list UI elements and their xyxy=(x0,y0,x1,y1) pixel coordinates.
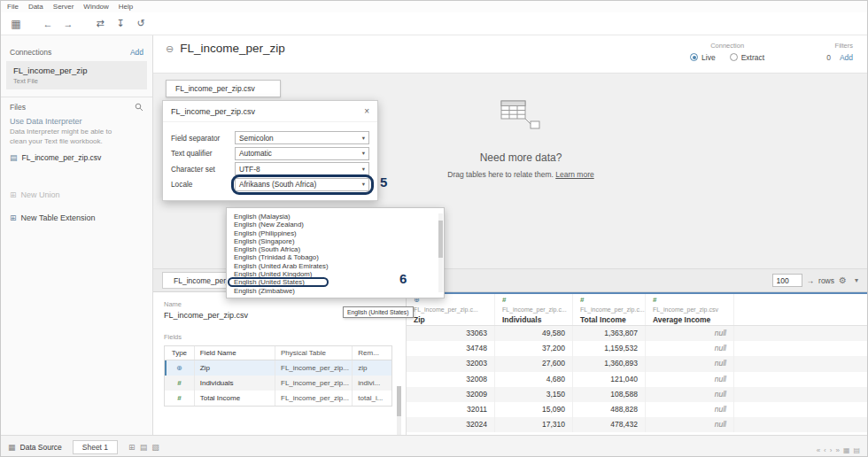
live-radio[interactable]: Live xyxy=(690,53,716,62)
dialog-field-label: Text qualifier xyxy=(171,149,235,158)
new-worksheet-icon[interactable]: ⊞ xyxy=(128,443,136,452)
grid-cell: 32011 xyxy=(407,402,495,417)
menubar: FileDataServerWindowHelp xyxy=(1,1,867,12)
connection-item[interactable]: FL_income_per_zip Text File xyxy=(6,61,147,89)
grid-col-header-zip[interactable]: ⊕FL_income_per_zip.c...Zip xyxy=(407,294,495,325)
grid-cell: 478,432 xyxy=(573,417,646,432)
grid-col-header-average-income[interactable]: #FL_income_per_zip.csvAverage Income xyxy=(646,294,734,325)
new-story-icon[interactable]: ▧ xyxy=(151,443,159,452)
grid-cell: null xyxy=(646,372,734,387)
dropdown-scrollbar[interactable] xyxy=(438,213,443,292)
extract-label: Extract xyxy=(741,53,764,62)
grid-cell: null xyxy=(646,417,734,432)
grid-cell: 37,200 xyxy=(495,341,573,356)
extract-radio[interactable]: Extract xyxy=(730,53,764,62)
dialog-field-label: Field separator xyxy=(171,134,235,143)
new-table-extension[interactable]: ⊞ New Table Extension xyxy=(1,210,152,226)
add-connection-link[interactable]: Add xyxy=(130,48,143,57)
grid-cell: 1,159,532 xyxy=(573,341,646,356)
next-sheet-icon[interactable]: › xyxy=(830,446,833,454)
field-separator-select[interactable]: Semicolon▾ xyxy=(235,131,369,144)
grid-col-name: Zip xyxy=(414,315,487,324)
statusbar: ▦ Data Source Sheet 1 ⊞ ▤ ▧ « ‹ › » ▦ ▤ xyxy=(1,435,867,457)
locale-option-english-philippines[interactable]: English (Philippines) xyxy=(227,229,444,237)
scrollbar-thumb[interactable] xyxy=(397,386,401,416)
show-tabs-icon[interactable]: ▤ xyxy=(853,446,860,454)
locale-option-english-united-kingdom[interactable]: English (United Kingdom) xyxy=(227,270,444,278)
last-sheet-icon[interactable]: » xyxy=(835,446,839,454)
close-icon[interactable]: × xyxy=(364,106,369,116)
grid-col-header-individuals[interactable]: #FL_income_per_zip.c...Individuals xyxy=(495,294,573,325)
fields-table-header: TypeField NamePhysical TableRem... xyxy=(165,346,391,360)
grid-cell: 488,828 xyxy=(573,402,646,417)
grid-cell: 1,363,807 xyxy=(573,326,646,341)
data-interpreter-link[interactable]: Use Data Interpreter xyxy=(1,113,152,127)
data-source-tab[interactable]: ▦ Data Source xyxy=(8,443,62,452)
grid-cell: 32003 xyxy=(407,356,495,371)
new-dashboard-icon[interactable]: ▤ xyxy=(140,443,148,452)
search-icon[interactable] xyxy=(135,103,143,112)
field-row-total-income[interactable]: #Total IncomeFL_income_per_zip...total_i… xyxy=(165,391,391,406)
locale-option-english-singapore[interactable]: English (Singapore) xyxy=(227,237,444,245)
locale-select[interactable]: Afrikaans (South Africa)▾ xyxy=(235,178,369,191)
locale-option-english-new-zealand[interactable]: English (New Zealand) xyxy=(227,221,444,228)
app-logo-icon[interactable]: ▦ xyxy=(6,16,26,32)
locale-option-english-trinidad-tobago[interactable]: English (Trinidad & Tobago) xyxy=(227,253,444,261)
field-physical-table: FL_income_per_zip... xyxy=(275,360,353,376)
data-source-tab-label: Data Source xyxy=(20,443,62,452)
back-icon[interactable]: ← xyxy=(38,16,58,32)
locale-option-english-united-states[interactable]: English (United States) xyxy=(227,278,444,286)
menu-data[interactable]: Data xyxy=(28,3,43,11)
text-qualifier-select[interactable]: Automatic▾ xyxy=(235,147,369,160)
table-chip[interactable]: FL_income_per_zip.csv xyxy=(166,80,281,97)
save-icon[interactable]: ↧ xyxy=(111,16,130,32)
locale-option-english-malaysia[interactable]: English (Malaysia) xyxy=(227,213,444,221)
rows-count-input[interactable] xyxy=(772,274,802,287)
locale-options: English (Malaysia)English (New Zealand)E… xyxy=(227,213,444,295)
show-filmstrip-icon[interactable]: ▦ xyxy=(843,446,850,454)
dialog-title: FL_income_per_zip.csv xyxy=(171,107,255,116)
menu-file[interactable]: File xyxy=(7,3,19,11)
field-row-individuals[interactable]: #IndividualsFL_income_per_zip...indivi..… xyxy=(165,376,391,391)
grid-cell: 32024 xyxy=(407,417,495,432)
sheet1-tab[interactable]: Sheet 1 xyxy=(73,440,118,454)
hash-icon: # xyxy=(653,296,726,304)
drag-hint: Drag tables here to relate them. Learn m… xyxy=(415,170,627,179)
grid-row: 3306349,5801,363,807null xyxy=(407,326,867,341)
field-row-zip[interactable]: ⊕ZipFL_income_per_zip...zip xyxy=(165,360,391,376)
learn-more-link[interactable]: Learn more xyxy=(555,170,593,179)
grid-col-header-total-income[interactable]: #FL_income_per_zip.c...Total Income xyxy=(573,294,646,325)
grid-cell: 49,580 xyxy=(495,326,573,341)
locale-option-english-south-africa[interactable]: English (South Africa) xyxy=(227,245,444,253)
grid-cell: 1,360,893 xyxy=(573,356,646,371)
dialog-field-label: Character set xyxy=(171,165,235,174)
option-tooltip: English (United States) xyxy=(343,306,414,318)
menu-help[interactable]: Help xyxy=(119,3,133,11)
grid-cell: null xyxy=(646,326,734,341)
first-sheet-icon[interactable]: « xyxy=(817,446,820,454)
select-value: UTF-8 xyxy=(239,165,260,174)
menu-window[interactable]: Window xyxy=(83,3,108,11)
chevron-down-icon[interactable]: ▾ xyxy=(855,276,858,284)
character-set-select[interactable]: UTF-8▾ xyxy=(235,162,369,175)
scrollbar-thumb[interactable] xyxy=(438,221,443,258)
row-controls: → rows ⚙ ▾ xyxy=(772,274,858,287)
prev-sheet-icon[interactable]: ‹ xyxy=(824,446,826,454)
locale-option-english-united-arab-emirates[interactable]: English (United Arab Emirates) xyxy=(227,262,444,270)
grid-cell: null xyxy=(646,387,734,402)
refresh-icon[interactable]: ↺ xyxy=(131,16,151,32)
locale-option-english-zimbabwe[interactable]: English (Zimbabwe) xyxy=(227,287,444,295)
fields-scrollbar[interactable] xyxy=(397,386,401,435)
datasource-icon[interactable]: ⊖ xyxy=(166,43,174,55)
filters-add-link[interactable]: Add xyxy=(840,53,853,62)
forward-icon[interactable]: → xyxy=(58,16,78,32)
fields-table: TypeField NamePhysical TableRem... ⊕ZipF… xyxy=(164,345,392,407)
new-union[interactable]: ⊞ New Union xyxy=(1,187,152,203)
gear-icon[interactable]: ⚙ xyxy=(839,275,847,285)
menu-server[interactable]: Server xyxy=(53,3,74,11)
swap-icon[interactable]: ⇄ xyxy=(90,16,110,32)
connection-type: Text File xyxy=(13,77,140,85)
bottom-body: Name FL_income_per_zip.csv Fields TypeFi… xyxy=(153,292,867,435)
connections-label: Connections xyxy=(10,48,51,57)
file-item-csv[interactable]: ▤ FL_income_per_zip.csv xyxy=(1,148,152,167)
